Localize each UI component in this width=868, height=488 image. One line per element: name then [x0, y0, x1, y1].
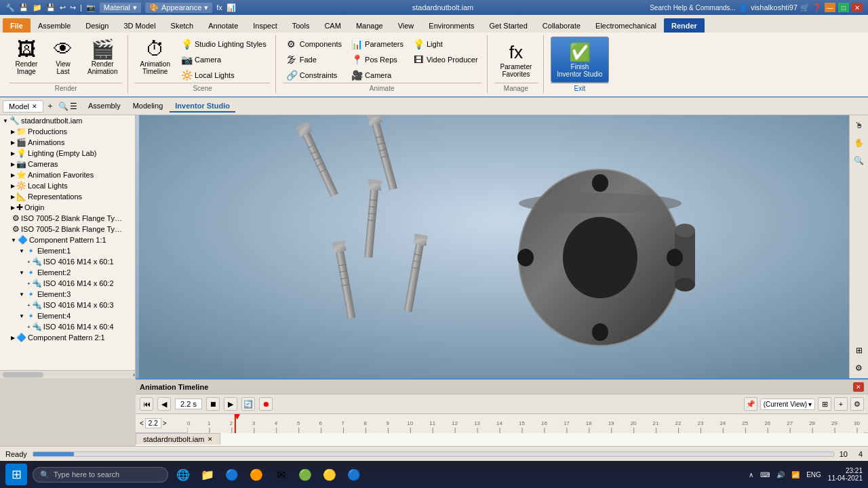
tree-bolt3[interactable]: + 🔩 ISO 4016 M14 x 60:3 — [0, 300, 135, 310]
taskbar-network-icon[interactable]: 📶 — [791, 471, 800, 479]
taskbar-orange-icon[interactable]: 🟠 — [247, 465, 266, 484]
orbit-button[interactable]: 🖱 — [852, 118, 867, 133]
system-tray-up[interactable]: ∧ — [749, 471, 753, 479]
tree-origin[interactable]: ▶ ✚ Origin — [0, 202, 135, 213]
tab-cam[interactable]: CAM — [317, 18, 348, 33]
settings-button[interactable]: ⚙ — [852, 361, 867, 375]
timeline-zoom-in[interactable]: + — [834, 397, 848, 411]
search-help-label[interactable]: Search Help & Commands... — [650, 4, 736, 12]
tree-comp-pattern1[interactable]: ▼ 🔷 Component Pattern 1:1 — [0, 235, 135, 245]
taskbar-edge-icon[interactable]: 🌐 — [174, 465, 193, 484]
constraints-button[interactable]: 🔗 Constraints — [283, 68, 345, 83]
close-button[interactable]: ✕ — [852, 3, 863, 12]
render-animation-button[interactable]: 🎬 RenderAnimation — [83, 37, 122, 83]
sub-tab-inventor-studio[interactable]: Inventor Studio — [170, 100, 235, 113]
view-last-button[interactable]: 👁 ViewLast — [46, 37, 80, 83]
tab-tools[interactable]: Tools — [285, 18, 317, 33]
video-producer-button[interactable]: 🎞 Video Producer — [410, 52, 481, 67]
ruler-time-input[interactable]: 2.2 — [145, 418, 161, 428]
ruler-left-arrow[interactable]: < — [140, 420, 144, 427]
local-lights-button[interactable]: 🔆 Local Lights — [178, 68, 270, 83]
tab-sketch[interactable]: Sketch — [163, 18, 201, 33]
maximize-button[interactable]: □ — [838, 3, 849, 12]
model-tab-close[interactable]: ✕ — [32, 103, 37, 110]
tree-element2[interactable]: ▼ 🔹 Element:2 — [0, 267, 135, 278]
tree-animations[interactable]: ▶ 🎬 Animations — [0, 137, 135, 148]
tree-element4[interactable]: ▼ 🔹 Element:4 — [0, 310, 135, 321]
tree-cameras[interactable]: ▶ 📷 Cameras — [0, 159, 135, 169]
finish-inventor-studio-button[interactable]: ✅ FinishInventor Studio — [551, 37, 608, 83]
tree-local-lights[interactable]: ▶ 🔆 Local Lights — [0, 180, 135, 191]
camera-animate-button[interactable]: 🎥 Camera — [348, 68, 407, 83]
minimize-button[interactable]: — — [825, 3, 835, 12]
tab-environments[interactable]: Environments — [421, 18, 481, 33]
search-icon[interactable]: 🔍 — [58, 102, 68, 111]
taskbar-app1-icon[interactable]: 🟡 — [320, 465, 339, 484]
skip-start-button[interactable]: ⏮ — [140, 397, 153, 411]
ruler-right-arrow[interactable]: > — [163, 420, 167, 427]
doc-tab-close[interactable]: ✕ — [208, 436, 213, 443]
animation-timeline-button[interactable]: ⏱ AnimationTimeline — [135, 37, 174, 83]
doc-tab-bottom[interactable]: stadardnutbolt.iam ✕ — [136, 433, 220, 445]
fade-button[interactable]: 🌫 Fade — [283, 52, 345, 67]
tree-bolt2[interactable]: + 🔩 ISO 4016 M14 x 60:2 — [0, 278, 135, 289]
tree-flange2[interactable]: ⚙ ISO 7005-2 Blank Flange Type 05 Fl — [0, 224, 135, 235]
tab-collaborate[interactable]: Collaborate — [535, 18, 588, 33]
taskbar-chrome-icon[interactable]: 🟢 — [296, 465, 315, 484]
tree-lighting[interactable]: ▶ 💡 Lighting (Empty Lab) — [0, 148, 135, 159]
studio-lighting-button[interactable]: 💡 Studio Lighting Styles — [178, 37, 270, 52]
left-panel-scrollbar[interactable]: › — [0, 370, 135, 378]
prev-frame-button[interactable]: ◀ — [157, 397, 171, 411]
render-image-button[interactable]: 🖼 RenderImage — [9, 37, 43, 83]
loop-button[interactable]: 🔄 — [241, 397, 255, 411]
tab-assemble[interactable]: Assemble — [31, 18, 78, 33]
redo-btn[interactable]: ↪ — [70, 3, 76, 12]
tab-design[interactable]: Design — [78, 18, 116, 33]
view-dropdown[interactable]: (Current View) ▾ — [760, 399, 815, 410]
full-nav-button[interactable]: ⊞ — [852, 343, 867, 358]
tree-element1[interactable]: ▼ 🔹 Element:1 — [0, 245, 135, 256]
help-icon[interactable]: ❓ — [812, 3, 822, 12]
parameter-favorites-button[interactable]: fx ParameterFavorites — [494, 37, 538, 83]
taskbar-app2-icon[interactable]: 🔵 — [344, 465, 363, 484]
add-tab-button[interactable]: ＋ — [45, 99, 56, 113]
taskbar-speaker-icon[interactable]: 🔊 — [776, 471, 785, 479]
record-button[interactable]: ⏺ — [259, 397, 273, 411]
light-button[interactable]: 💡 Light — [410, 37, 481, 52]
sub-tab-assembly[interactable]: Assembly — [83, 100, 126, 113]
sub-tab-modeling[interactable]: Modeling — [127, 100, 169, 113]
timeline-settings[interactable]: ⚙ — [850, 397, 864, 411]
pos-reps-button[interactable]: 📍 Pos Reps — [348, 52, 407, 67]
components-button[interactable]: ⚙ Components — [283, 37, 345, 52]
taskbar-ie-icon[interactable]: 🔵 — [222, 465, 241, 484]
start-button[interactable]: ⊞ — [5, 464, 27, 485]
parameters-button[interactable]: 📊 Parameters — [348, 37, 407, 52]
tree-comp-pattern2[interactable]: ▶ 🔷 Component Pattern 2:1 — [0, 332, 135, 343]
animation-timeline-close[interactable]: ✕ — [853, 382, 864, 392]
next-frame-button[interactable]: ▶ — [224, 397, 237, 411]
expand-panel-btn[interactable]: › — [133, 371, 135, 378]
timeline-grid-btn[interactable]: ⊞ — [818, 397, 831, 411]
undo-btn[interactable]: ↩ — [60, 3, 66, 12]
appearance-dropdown[interactable]: 🎨 Appearance ▾ — [145, 3, 212, 13]
tab-view[interactable]: View — [391, 18, 422, 33]
tree-representations[interactable]: ▶ 📐 Representations — [0, 191, 135, 202]
tab-get-started[interactable]: Get Started — [482, 18, 535, 33]
material-dropdown[interactable]: Material ▾ — [100, 3, 141, 13]
tree-anim-favorites[interactable]: ▶ ⭐ Animation Favorites — [0, 169, 135, 180]
pan-button[interactable]: ✋ — [852, 136, 867, 150]
tab-annotate[interactable]: Annotate — [201, 18, 245, 33]
tree-bolt1[interactable]: + 🔩 ISO 4016 M14 x 60:1 — [0, 256, 135, 267]
scrollbar-thumb[interactable] — [3, 372, 43, 378]
model-tab[interactable]: Model ✕ — [3, 100, 43, 113]
tab-render[interactable]: Render — [664, 18, 705, 33]
menu-icon[interactable]: ☰ — [70, 102, 77, 111]
camera-scene-button[interactable]: 📷 Camera — [178, 52, 270, 67]
tab-manage[interactable]: Manage — [349, 18, 391, 33]
taskbar-mail-icon[interactable]: ✉ — [271, 465, 290, 484]
camera-pin-button[interactable]: 📌 — [744, 397, 757, 411]
tree-productions[interactable]: ▶ 📁 Productions — [0, 126, 135, 137]
taskbar-file-explorer-icon[interactable]: 📁 — [198, 465, 217, 484]
tree-root[interactable]: ▼ 🔧 stadardnutbolt.iam — [0, 115, 135, 126]
taskbar-search[interactable]: 🔍 Type here to search — [33, 467, 168, 483]
